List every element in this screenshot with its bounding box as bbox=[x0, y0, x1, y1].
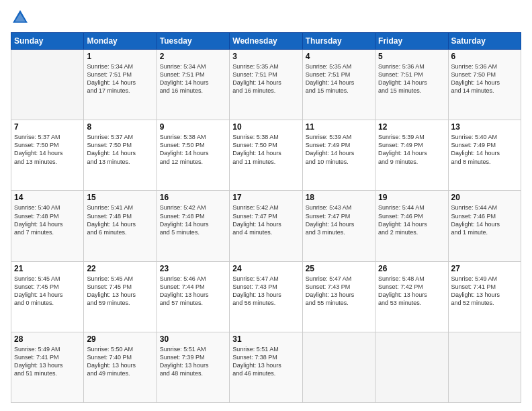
calendar-cell: 28Sunrise: 5:49 AM Sunset: 7:41 PM Dayli… bbox=[11, 332, 84, 402]
logo bbox=[11, 8, 31, 27]
calendar-cell: 29Sunrise: 5:50 AM Sunset: 7:40 PM Dayli… bbox=[84, 332, 157, 402]
day-info: Sunrise: 5:35 AM Sunset: 7:51 PM Dayligh… bbox=[232, 62, 299, 95]
day-info: Sunrise: 5:41 AM Sunset: 7:48 PM Dayligh… bbox=[87, 203, 153, 236]
calendar-cell bbox=[11, 50, 84, 120]
day-number: 24 bbox=[232, 264, 299, 273]
day-number: 25 bbox=[306, 264, 372, 273]
weekday-header-thursday: Thursday bbox=[302, 33, 375, 50]
header bbox=[11, 8, 521, 27]
weekday-header-monday: Monday bbox=[84, 33, 157, 50]
calendar-cell: 8Sunrise: 5:37 AM Sunset: 7:50 PM Daylig… bbox=[84, 120, 157, 191]
day-info: Sunrise: 5:39 AM Sunset: 7:49 PM Dayligh… bbox=[378, 133, 445, 166]
day-number: 12 bbox=[378, 122, 445, 132]
day-number: 1 bbox=[87, 52, 153, 61]
week-row-3: 14Sunrise: 5:40 AM Sunset: 7:48 PM Dayli… bbox=[11, 191, 521, 261]
calendar-cell bbox=[375, 332, 448, 402]
calendar-cell: 12Sunrise: 5:39 AM Sunset: 7:49 PM Dayli… bbox=[375, 120, 448, 191]
day-number: 7 bbox=[14, 122, 81, 132]
calendar-table: SundayMondayTuesdayWednesdayThursdayFrid… bbox=[11, 32, 521, 403]
calendar-cell: 20Sunrise: 5:44 AM Sunset: 7:46 PM Dayli… bbox=[448, 191, 521, 261]
calendar-cell: 5Sunrise: 5:36 AM Sunset: 7:51 PM Daylig… bbox=[375, 50, 448, 120]
weekday-header-friday: Friday bbox=[375, 33, 448, 50]
calendar-cell: 30Sunrise: 5:51 AM Sunset: 7:39 PM Dayli… bbox=[157, 332, 229, 402]
day-info: Sunrise: 5:47 AM Sunset: 7:43 PM Dayligh… bbox=[232, 275, 299, 308]
week-row-4: 21Sunrise: 5:45 AM Sunset: 7:45 PM Dayli… bbox=[11, 261, 521, 332]
day-info: Sunrise: 5:37 AM Sunset: 7:50 PM Dayligh… bbox=[14, 133, 81, 166]
day-info: Sunrise: 5:43 AM Sunset: 7:47 PM Dayligh… bbox=[306, 203, 372, 236]
day-number: 29 bbox=[87, 334, 153, 344]
calendar-cell: 2Sunrise: 5:34 AM Sunset: 7:51 PM Daylig… bbox=[157, 50, 229, 120]
day-number: 17 bbox=[232, 193, 299, 202]
day-info: Sunrise: 5:35 AM Sunset: 7:51 PM Dayligh… bbox=[306, 62, 372, 95]
day-info: Sunrise: 5:42 AM Sunset: 7:47 PM Dayligh… bbox=[232, 203, 299, 236]
logo-icon bbox=[11, 8, 30, 27]
calendar-cell: 17Sunrise: 5:42 AM Sunset: 7:47 PM Dayli… bbox=[230, 191, 302, 261]
calendar-cell: 6Sunrise: 5:36 AM Sunset: 7:50 PM Daylig… bbox=[448, 50, 521, 120]
day-number: 31 bbox=[232, 334, 299, 344]
day-number: 14 bbox=[14, 193, 81, 202]
day-number: 21 bbox=[14, 264, 81, 273]
day-info: Sunrise: 5:45 AM Sunset: 7:45 PM Dayligh… bbox=[87, 275, 153, 308]
day-number: 30 bbox=[160, 334, 226, 344]
day-number: 27 bbox=[451, 264, 518, 273]
day-number: 2 bbox=[160, 52, 226, 61]
calendar-cell bbox=[448, 332, 521, 402]
day-number: 20 bbox=[451, 193, 518, 202]
week-row-5: 28Sunrise: 5:49 AM Sunset: 7:41 PM Dayli… bbox=[11, 332, 521, 402]
day-number: 26 bbox=[378, 264, 445, 273]
calendar-cell: 25Sunrise: 5:47 AM Sunset: 7:43 PM Dayli… bbox=[302, 261, 375, 332]
day-info: Sunrise: 5:46 AM Sunset: 7:44 PM Dayligh… bbox=[160, 275, 226, 308]
day-number: 28 bbox=[14, 334, 81, 344]
day-info: Sunrise: 5:51 AM Sunset: 7:39 PM Dayligh… bbox=[160, 345, 226, 378]
calendar-cell: 27Sunrise: 5:49 AM Sunset: 7:41 PM Dayli… bbox=[448, 261, 521, 332]
calendar-cell: 13Sunrise: 5:40 AM Sunset: 7:49 PM Dayli… bbox=[448, 120, 521, 191]
day-info: Sunrise: 5:49 AM Sunset: 7:41 PM Dayligh… bbox=[14, 345, 81, 378]
weekday-header-saturday: Saturday bbox=[448, 33, 521, 50]
day-number: 8 bbox=[87, 122, 153, 132]
day-info: Sunrise: 5:44 AM Sunset: 7:46 PM Dayligh… bbox=[451, 203, 518, 236]
day-number: 13 bbox=[451, 122, 518, 132]
day-number: 3 bbox=[232, 52, 299, 61]
day-info: Sunrise: 5:39 AM Sunset: 7:49 PM Dayligh… bbox=[306, 133, 372, 166]
day-info: Sunrise: 5:37 AM Sunset: 7:50 PM Dayligh… bbox=[87, 133, 153, 166]
day-info: Sunrise: 5:42 AM Sunset: 7:48 PM Dayligh… bbox=[160, 203, 226, 236]
day-number: 22 bbox=[87, 264, 153, 273]
day-info: Sunrise: 5:40 AM Sunset: 7:49 PM Dayligh… bbox=[451, 133, 518, 166]
calendar-cell: 24Sunrise: 5:47 AM Sunset: 7:43 PM Dayli… bbox=[230, 261, 302, 332]
day-info: Sunrise: 5:34 AM Sunset: 7:51 PM Dayligh… bbox=[87, 62, 153, 95]
week-row-2: 7Sunrise: 5:37 AM Sunset: 7:50 PM Daylig… bbox=[11, 120, 521, 191]
page: SundayMondayTuesdayWednesdayThursdayFrid… bbox=[0, 0, 532, 411]
weekday-header-row: SundayMondayTuesdayWednesdayThursdayFrid… bbox=[11, 33, 521, 50]
calendar-cell: 1Sunrise: 5:34 AM Sunset: 7:51 PM Daylig… bbox=[84, 50, 157, 120]
day-info: Sunrise: 5:51 AM Sunset: 7:38 PM Dayligh… bbox=[232, 345, 299, 378]
day-info: Sunrise: 5:36 AM Sunset: 7:50 PM Dayligh… bbox=[451, 62, 518, 95]
day-info: Sunrise: 5:50 AM Sunset: 7:40 PM Dayligh… bbox=[87, 345, 153, 378]
day-number: 10 bbox=[232, 122, 299, 132]
calendar-cell: 11Sunrise: 5:39 AM Sunset: 7:49 PM Dayli… bbox=[302, 120, 375, 191]
calendar-cell: 21Sunrise: 5:45 AM Sunset: 7:45 PM Dayli… bbox=[11, 261, 84, 332]
weekday-header-tuesday: Tuesday bbox=[157, 33, 229, 50]
calendar-cell: 9Sunrise: 5:38 AM Sunset: 7:50 PM Daylig… bbox=[157, 120, 229, 191]
calendar-cell: 19Sunrise: 5:44 AM Sunset: 7:46 PM Dayli… bbox=[375, 191, 448, 261]
week-row-1: 1Sunrise: 5:34 AM Sunset: 7:51 PM Daylig… bbox=[11, 50, 521, 120]
day-info: Sunrise: 5:49 AM Sunset: 7:41 PM Dayligh… bbox=[451, 275, 518, 308]
day-number: 5 bbox=[378, 52, 445, 61]
calendar-cell bbox=[302, 332, 375, 402]
day-info: Sunrise: 5:36 AM Sunset: 7:51 PM Dayligh… bbox=[378, 62, 445, 95]
day-number: 19 bbox=[378, 193, 445, 202]
day-info: Sunrise: 5:44 AM Sunset: 7:46 PM Dayligh… bbox=[378, 203, 445, 236]
day-number: 11 bbox=[306, 122, 372, 132]
day-number: 4 bbox=[306, 52, 372, 61]
calendar-cell: 10Sunrise: 5:38 AM Sunset: 7:50 PM Dayli… bbox=[230, 120, 302, 191]
day-info: Sunrise: 5:38 AM Sunset: 7:50 PM Dayligh… bbox=[232, 133, 299, 166]
day-number: 23 bbox=[160, 264, 226, 273]
weekday-header-sunday: Sunday bbox=[11, 33, 84, 50]
calendar-cell: 14Sunrise: 5:40 AM Sunset: 7:48 PM Dayli… bbox=[11, 191, 84, 261]
calendar-cell: 22Sunrise: 5:45 AM Sunset: 7:45 PM Dayli… bbox=[84, 261, 157, 332]
weekday-header-wednesday: Wednesday bbox=[230, 33, 302, 50]
calendar-cell: 23Sunrise: 5:46 AM Sunset: 7:44 PM Dayli… bbox=[157, 261, 229, 332]
day-info: Sunrise: 5:47 AM Sunset: 7:43 PM Dayligh… bbox=[306, 275, 372, 308]
day-info: Sunrise: 5:34 AM Sunset: 7:51 PM Dayligh… bbox=[160, 62, 226, 95]
day-info: Sunrise: 5:45 AM Sunset: 7:45 PM Dayligh… bbox=[14, 275, 81, 308]
calendar-cell: 7Sunrise: 5:37 AM Sunset: 7:50 PM Daylig… bbox=[11, 120, 84, 191]
